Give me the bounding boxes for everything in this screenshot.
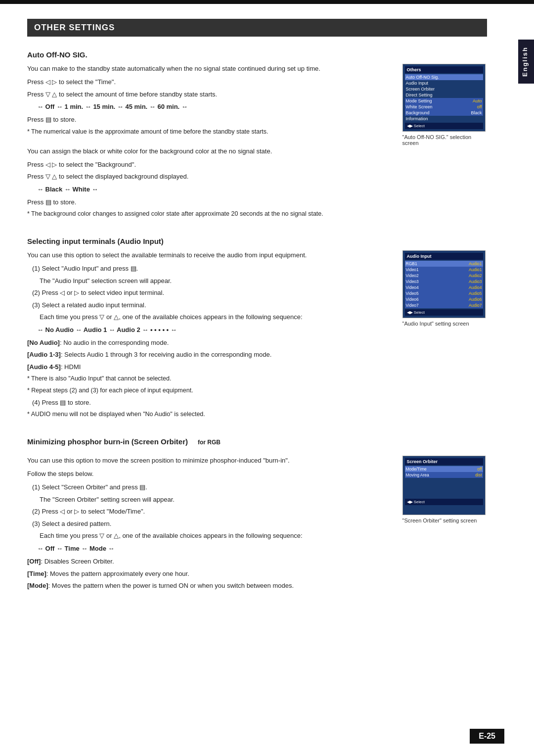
audio-row-v7: Video7Audio7 xyxy=(405,302,483,308)
page-number: E-25 xyxy=(470,729,504,744)
orbiter-screenshot-col: Screen Orbiter Mode/Timeoff Moving Aread… xyxy=(400,456,487,523)
orbiter-intro: You can use this option to move the scre… xyxy=(27,456,391,466)
orbiter-def3: [Mode]: Moves the pattern when the power… xyxy=(27,581,391,591)
screen-others-title: Others xyxy=(405,66,483,73)
audio-input-content: You can use this option to select the av… xyxy=(27,250,487,422)
auto-off-sequence1: ↔ Off ↔ 1 min. ↔ 15 min. ↔ 45 min. ↔ 60 … xyxy=(37,102,391,112)
auto-off-content: You can make to the standby state automa… xyxy=(27,64,487,221)
auto-off-section: Auto Off-NO SIG. You can make to the sta… xyxy=(27,50,487,221)
orbiter-def2-text: : Moves the pattern approximately every … xyxy=(46,570,189,577)
auto-off-press4: Press ▽ △ to select the displayed backgr… xyxy=(27,172,391,182)
audio-input-text: You can use this option to select the av… xyxy=(27,250,391,422)
orbiter-def2: [Time]: Moves the pattern approximately … xyxy=(27,569,391,579)
audio-note1: * There is also "Audio Input" that canno… xyxy=(27,374,391,383)
audio-sequence: ↔ No Audio ↔ Audio 1 ↔ Audio 2 ↔ • • • •… xyxy=(37,325,391,335)
auto-off-screen-caption: "Auto Off-NO SIG." selection screen xyxy=(402,134,486,146)
auto-off-title: Auto Off-NO SIG. xyxy=(27,50,487,59)
audio-step1-note: The "Audio Input" selection screen will … xyxy=(40,276,391,286)
orbiter-def3-term: [Mode] xyxy=(27,582,48,589)
audio-row-v5: Video5Audio5 xyxy=(405,290,483,296)
audio-def2-text: : Selects Audio 1 through 3 for receivin… xyxy=(61,351,271,358)
auto-off-intro: You can make to the standby state automa… xyxy=(27,64,391,74)
audio-input-title: Selecting input terminals (Audio Input) xyxy=(27,237,487,245)
audio-step3-note: Each time you press ▽ or △, one of the a… xyxy=(40,312,391,322)
audio-def1-text: : No audio in the corresponding mode. xyxy=(60,339,169,346)
orbiter-step1: (1) Select "Screen Orbiter" and press ▤. xyxy=(32,482,391,492)
screen-orbiter-section: Minimizing phosphor burn-in (Screen Orbi… xyxy=(27,437,487,593)
orbiter-step3-note: Each time you press ▽ or △, one of the a… xyxy=(40,531,391,541)
auto-off-press1: Press ◁ ▷ to select the "Time". xyxy=(27,77,391,87)
orbiter-def1-text: : Disables Screen Orbiter. xyxy=(41,558,114,565)
auto-off-text: You can make to the standby state automa… xyxy=(27,64,391,221)
auto-off-screen: Others Auto Off-NO Sig. Audio Input Scre… xyxy=(402,64,486,132)
orbiter-def1-term: [Off] xyxy=(27,558,41,565)
audio-input-screenshot-col: Audio Input RGB1Audio1 Video1Audio1 Vide… xyxy=(400,250,487,327)
auto-off-note2: * The background color changes to assign… xyxy=(27,209,391,219)
audio-row-v6: Video6Audio6 xyxy=(405,296,483,302)
screen-row-direct: Direct Setting xyxy=(405,92,483,98)
page-number-area: E-25 xyxy=(470,729,504,744)
orbiter-step3: (3) Select a desired pattern. xyxy=(32,519,391,529)
orbiter-row-mode: Mode/Timeoff xyxy=(405,466,483,472)
audio-def1: [No Audio]: No audio in the correspondin… xyxy=(27,338,391,348)
audio-row-v4: Video4Audio4 xyxy=(405,284,483,290)
orbiter-follow: Follow the steps below. xyxy=(27,469,391,479)
audio-def3: [Audio 4-5]: HDMI xyxy=(27,362,391,372)
top-bar xyxy=(0,0,534,4)
main-content: OTHER SETTINGS Auto Off-NO SIG. You can … xyxy=(0,4,514,629)
orbiter-screen-title: Screen Orbiter xyxy=(405,458,483,465)
auto-off-store2: Press ▤ to store. xyxy=(27,197,391,207)
screen-row-mode: Mode SettingAuto xyxy=(405,98,483,104)
auto-off-screen-inner: Others Auto Off-NO Sig. Audio Input Scre… xyxy=(403,64,485,131)
orbiter-screen-inner: Screen Orbiter Mode/Timeoff Moving Aread… xyxy=(403,456,485,515)
audio-def3-text: : HDMI xyxy=(61,363,81,371)
auto-off-assign: You can assign the black or white color … xyxy=(27,146,391,156)
for-rgb-badge: for RGB xyxy=(198,439,221,446)
audio-row-v3: Video3Audio3 xyxy=(405,279,483,284)
orbiter-def1: [Off]: Disables Screen Orbiter. xyxy=(27,557,391,567)
audio-note3: * AUDIO menu will not be displayed when … xyxy=(27,410,391,419)
english-tab: English xyxy=(518,40,534,84)
orbiter-def3-text: : Moves the pattern when the power is tu… xyxy=(48,582,294,589)
orbiter-screen-caption: "Screen Orbiter" setting screen xyxy=(402,518,486,523)
audio-row-v1: Video1Audio1 xyxy=(405,267,483,273)
auto-off-press3: Press ◁ ▷ to select the "Background". xyxy=(27,160,391,170)
audio-screen-title: Audio Input xyxy=(405,253,483,260)
audio-screen-inner: Audio Input RGB1Audio1 Video1Audio1 Vide… xyxy=(403,251,485,318)
orbiter-step1-note: The "Screen Orbiter" setting screen will… xyxy=(40,495,391,505)
audio-step4: (4) Press ▤ to store. xyxy=(32,398,391,408)
screen-row-white: White Screenoff xyxy=(405,104,483,110)
orbiter-row-area: Moving Areadist xyxy=(405,472,483,478)
auto-off-screenshot-col: Others Auto Off-NO Sig. Audio Input Scre… xyxy=(400,64,487,146)
screen-row-autooff: Auto Off-NO Sig. xyxy=(405,74,483,80)
orbiter-steps23: (2) Press ◁ or ▷ to select "Mode/Time". … xyxy=(32,507,391,528)
audio-input-steps2: (2) Press ◁ or ▷ to select video input t… xyxy=(32,288,391,310)
orbiter-title: Minimizing phosphor burn-in (Screen Orbi… xyxy=(27,437,188,446)
auto-off-sequence2: ↔ Black ↔ White ↔ xyxy=(37,185,391,194)
audio-def1-term: [No Audio] xyxy=(27,339,60,346)
auto-off-store1: Press ▤ to store. xyxy=(27,115,391,125)
audio-row-v2: Video2Audio2 xyxy=(405,273,483,279)
audio-step1: (1) Select "Audio Input" and press ▤. xyxy=(32,264,391,274)
orbiter-sequence: ↔ Off ↔ Time ↔ Mode ↔ xyxy=(37,544,391,554)
screen-row-info: Information xyxy=(405,116,483,122)
screen-row-audio: Audio Input xyxy=(405,80,483,86)
audio-screen-bottom: ◀▶ Select xyxy=(405,309,483,316)
audio-def2: [Audio 1-3]: Selects Audio 1 through 3 f… xyxy=(27,350,391,360)
screen-row-background: BackgroundBlack xyxy=(405,110,483,116)
audio-step2: (2) Press ◁ or ▷ to select video input t… xyxy=(32,288,391,298)
audio-step4-list: (4) Press ▤ to store. xyxy=(32,398,391,408)
audio-step3: (3) Select a related audio input termina… xyxy=(32,300,391,310)
audio-input-screen: Audio Input RGB1Audio1 Video1Audio1 Vide… xyxy=(402,250,486,318)
orbiter-step1-list: (1) Select "Screen Orbiter" and press ▤. xyxy=(32,482,391,492)
orbiter-step2: (2) Press ◁ or ▷ to select "Mode/Time". xyxy=(32,507,391,517)
audio-note2: * Repeat steps (2) and (3) for each piec… xyxy=(27,386,391,395)
orbiter-def2-term: [Time] xyxy=(27,570,46,577)
audio-def2-term: [Audio 1-3] xyxy=(27,351,61,358)
orbiter-screen-bottom: ◀▶ Select xyxy=(405,499,483,505)
audio-def3-term: [Audio 4-5] xyxy=(27,363,61,371)
orbiter-screen: Screen Orbiter Mode/Timeoff Moving Aread… xyxy=(402,456,486,515)
auto-off-press2: Press ▽ △ to select the amount of time b… xyxy=(27,90,391,99)
audio-row-rgb1: RGB1Audio1 xyxy=(405,261,483,267)
audio-input-steps: (1) Select "Audio Input" and press ▤. xyxy=(32,264,391,274)
